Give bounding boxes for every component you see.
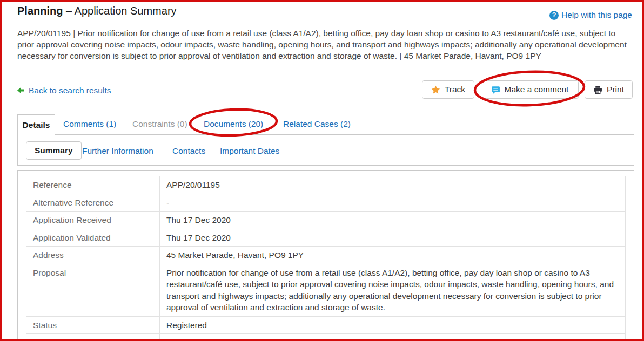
back-to-search-link[interactable]: Back to search results (17, 86, 111, 96)
row-label: Appeal Decision (26, 334, 160, 341)
make-comment-button[interactable]: Make a comment (481, 80, 579, 99)
table-row: Appeal Decision - (26, 334, 626, 341)
print-button-label: Print (607, 85, 624, 94)
printer-icon (593, 85, 602, 94)
subtab-contacts[interactable]: Contacts (172, 146, 205, 156)
tab-details-label: Details (23, 120, 50, 130)
tab-documents[interactable]: Documents (20) (204, 119, 263, 129)
comment-bubble-icon (491, 85, 500, 94)
tab-constraints: Constraints (0) (132, 119, 187, 129)
row-label: Address (26, 247, 160, 264)
help-link-label: Help with this page (561, 10, 632, 20)
subtab-important-dates[interactable]: Important Dates (220, 146, 279, 156)
application-details-table: Reference APP/20/01195 Alternative Refer… (26, 176, 626, 341)
help-link[interactable]: ? Help with this page (549, 10, 632, 20)
table-row: Status Registered (26, 316, 626, 334)
subtab-summary[interactable]: Summary (26, 141, 82, 160)
tab-comments[interactable]: Comments (1) (63, 119, 116, 129)
table-row: Application Validated Thu 17 Dec 2020 (26, 229, 626, 247)
row-value: - (160, 194, 626, 212)
table-row: Reference APP/20/01195 (26, 176, 626, 194)
summary-panel: Reference APP/20/01195 Alternative Refer… (17, 170, 634, 341)
make-comment-button-label: Make a comment (505, 85, 569, 94)
track-button-label: Track (445, 85, 465, 94)
page-title-section: – Application Summary (66, 5, 177, 17)
page-title: Planning – Application Summary (17, 5, 177, 17)
application-summary-text: APP/20/01195 | Prior notification for ch… (17, 28, 630, 62)
page-title-module: Planning (17, 5, 63, 17)
table-row: Proposal Prior notification for change o… (26, 264, 626, 316)
row-value: Thu 17 Dec 2020 (160, 212, 626, 229)
table-row: Application Received Thu 17 Dec 2020 (26, 212, 626, 229)
row-value: APP/20/01195 (160, 176, 626, 194)
row-value: - (160, 334, 626, 341)
row-value: 45 Market Parade, Havant, PO9 1PY (160, 247, 626, 264)
row-value: Prior notification for change of use fro… (160, 264, 626, 316)
row-label: Proposal (26, 264, 160, 316)
row-label: Reference (26, 176, 160, 194)
subtab-further-information[interactable]: Further Information (82, 146, 153, 156)
help-icon: ? (549, 11, 559, 20)
planning-application-summary-page: Planning – Application Summary ? Help wi… (0, 0, 644, 341)
row-label: Alternative Reference (26, 194, 160, 212)
print-button[interactable]: Print (585, 80, 633, 99)
row-value: Thu 17 Dec 2020 (160, 229, 626, 247)
row-label: Application Validated (26, 229, 160, 247)
row-value: Registered (160, 316, 626, 334)
tab-details[interactable]: Details (17, 114, 55, 135)
tab-related-cases[interactable]: Related Cases (2) (283, 119, 351, 129)
track-button[interactable]: Track (422, 80, 474, 99)
row-label: Status (26, 316, 160, 334)
back-arrow-icon (17, 87, 25, 94)
star-icon (431, 85, 440, 94)
back-link-label: Back to search results (29, 86, 111, 96)
table-row: Address 45 Market Parade, Havant, PO9 1P… (26, 247, 626, 264)
row-label: Application Received (26, 212, 160, 229)
subtab-strip: Summary Further Information Contacts Imp… (17, 134, 634, 166)
table-row: Alternative Reference - (26, 194, 626, 212)
